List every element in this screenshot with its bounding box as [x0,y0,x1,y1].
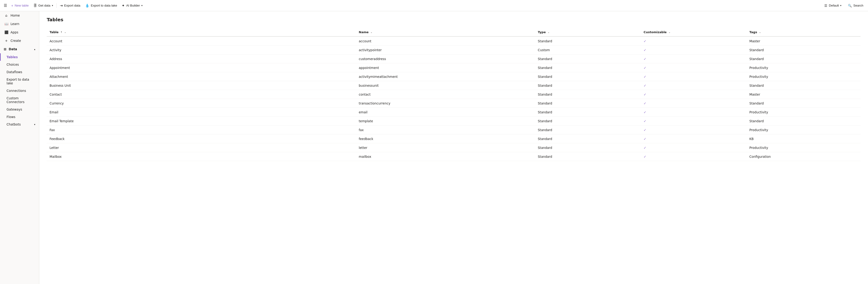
cell-tags-8: Productivity [746,108,861,117]
sidebar-item-custom-connectors[interactable]: Custom Connectors [0,94,39,106]
sidebar-item-home[interactable]: ⌂ Home [0,11,39,20]
cell-table-10: Fax ··· [47,125,356,134]
sidebar-item-custom-connectors-label: Custom Connectors [6,96,35,104]
chatbots-chevron-icon: ▾ [34,123,35,126]
cell-type-11: Standard [535,134,641,143]
cell-type-12: Standard [535,143,641,152]
ai-icon: ✦ [122,3,125,8]
cell-name-10: fax [356,125,535,134]
cell-tags-13: Configuration [746,152,861,161]
cell-tags-11: KB [746,134,861,143]
sidebar-item-apps[interactable]: ⬛ Apps [0,28,39,36]
new-table-label: New table [15,4,29,7]
col-header-table[interactable]: Table ↑ ⌄ [47,28,356,36]
check-mark: ✓ [644,137,647,141]
sidebar-item-dataflows[interactable]: Dataflows [0,68,39,76]
cell-tags-3: Productivity [746,63,861,72]
default-button[interactable]: ☰ Default ▾ [822,2,844,9]
tables-table: Table ↑ ⌄ Name ⌄ Type [47,28,861,161]
sidebar-item-create-label: Create [10,39,21,42]
check-mark: ✓ [644,119,647,123]
sidebar-item-export-lake[interactable]: Export to data lake [0,76,39,87]
col-header-name[interactable]: Name ⌄ [356,28,535,36]
lake-icon: 💧 [85,3,90,8]
name-sort-icon: ⌄ [371,31,372,33]
get-data-label: Get data [38,4,51,7]
cell-table-13: Mailbox ··· [47,152,356,161]
sidebar-item-gateways-label: Gateways [6,108,22,111]
sidebar-item-tables[interactable]: Tables [0,53,39,61]
get-data-button[interactable]: 🗄 Get data ▾ [31,2,55,9]
customizable-sort-icon: ⌄ [669,31,670,33]
table-row: Email ··· email Standard ✓ Productivity [47,108,861,117]
col-header-type[interactable]: Type ⌄ [535,28,641,36]
create-icon: + [4,39,8,42]
cell-tags-2: Standard [746,54,861,63]
cell-type-5: Standard [535,81,641,90]
cell-type-1: Custom [535,46,641,54]
table-row: Activity ··· activitypointer Custom ✓ St… [47,46,861,54]
table-row: Feedback ··· feedback Standard ✓ KB [47,134,861,143]
sidebar-item-tables-label: Tables [6,55,18,59]
sidebar-item-learn[interactable]: 📖 Learn [0,20,39,28]
cell-tags-5: Standard [746,81,861,90]
cell-table-0: Account ··· [47,36,356,46]
cell-customizable-0: ✓ [641,36,747,46]
hamburger-button[interactable]: ☰ [2,1,9,9]
cell-type-9: Standard [535,117,641,125]
export-data-button[interactable]: ⇥ Export data [58,2,83,9]
ai-builder-button[interactable]: ✦ AI Builder ▾ [119,2,145,9]
sidebar-item-export-lake-label: Export to data lake [6,78,35,85]
col-header-customizable[interactable]: Customizable ⌄ [641,28,747,36]
sidebar-item-chatbots[interactable]: Chatbots ▾ [0,121,39,128]
sidebar-item-gateways[interactable]: Gateways [0,106,39,113]
cell-customizable-5: ✓ [641,81,747,90]
check-mark: ✓ [644,84,647,87]
default-label: Default [829,4,839,7]
cell-name-6: contact [356,90,535,99]
cell-name-8: email [356,108,535,117]
check-mark: ✓ [644,128,647,132]
type-sort-icon: ⌄ [548,31,550,33]
cell-tags-7: Standard [746,99,861,108]
cell-type-6: Standard [535,90,641,99]
main-layout: ⌂ Home 📖 Learn ⬛ Apps + Create ⊞ Data ▴ … [0,11,868,284]
tags-sort-icon: ⌄ [759,31,761,33]
page-title: Tables [47,17,861,23]
cell-name-7: transactioncurrency [356,99,535,108]
cell-customizable-13: ✓ [641,152,747,161]
table-header: Table ↑ ⌄ Name ⌄ Type [47,28,861,36]
col-header-tags[interactable]: Tags ⌄ [746,28,861,36]
check-mark: ✓ [644,102,647,105]
col-name-label: Name [359,30,369,34]
cell-customizable-10: ✓ [641,125,747,134]
cell-name-9: template [356,117,535,125]
sidebar-item-choices[interactable]: Choices [0,61,39,68]
sidebar-item-connections[interactable]: Connections [0,87,39,94]
cell-tags-1: Standard [746,46,861,54]
sidebar-item-connections-label: Connections [6,89,26,92]
cell-tags-9: Standard [746,117,861,125]
cell-name-1: activitypointer [356,46,535,54]
new-table-button[interactable]: + New table [9,2,31,9]
table-row: Address ··· customeraddress Standard ✓ S… [47,54,861,63]
cell-table-6: Contact ··· [47,90,356,99]
cell-customizable-7: ✓ [641,99,747,108]
search-button[interactable]: 🔍 Search [845,2,866,9]
learn-icon: 📖 [4,22,8,26]
sidebar-item-create[interactable]: + Create [0,36,39,45]
export-lake-label: Export to data lake [91,4,117,7]
table-row: Fax ··· fax Standard ✓ Productivity [47,125,861,134]
sidebar-item-data-label: Data [9,47,17,51]
sidebar-item-data[interactable]: ⊞ Data ▴ [0,45,39,53]
cell-name-0: account [356,36,535,46]
table-row: Email Template ··· template Standard ✓ S… [47,117,861,125]
cell-name-5: businessunit [356,81,535,90]
toolbar-divider-1 [56,3,57,8]
sidebar-item-flows[interactable]: Flows [0,113,39,121]
check-mark: ✓ [644,110,647,114]
cell-table-4: Attachment ··· [47,72,356,81]
export-lake-button[interactable]: 💧 Export to data lake [83,2,120,9]
col-tags-label: Tags [749,30,757,34]
cell-name-12: letter [356,143,535,152]
